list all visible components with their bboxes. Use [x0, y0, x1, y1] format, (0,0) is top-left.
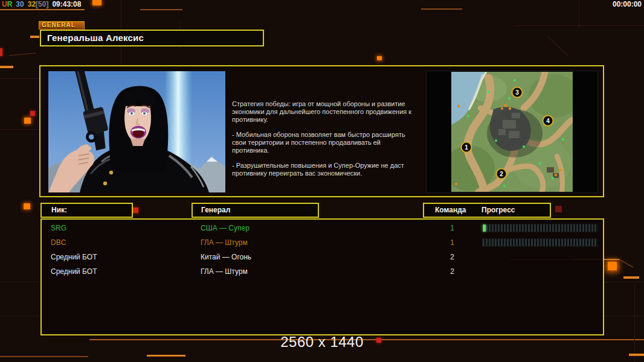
player-row: SRG США — Супер 1: [42, 221, 603, 235]
loading-progress-bar: [483, 224, 597, 232]
deco-square: [30, 111, 35, 116]
deco-square: [24, 118, 31, 124]
player-team: 1: [430, 235, 454, 250]
deco-dash: [30, 36, 39, 38]
deco-square: [133, 208, 138, 213]
map-start-position-4: 4: [543, 115, 554, 127]
tab-general: GENERAL: [39, 21, 85, 30]
player-general: Китай — Огонь: [201, 250, 251, 264]
deco-dash: [0, 66, 13, 68]
player-nick: Средний БОТ: [51, 264, 97, 279]
deco-square: [555, 206, 562, 212]
player-nick: SRG: [51, 221, 66, 235]
status-bar: U R 30 32 [50] 09:43:08 00:00:00: [0, 0, 644, 10]
deco-square: [0, 48, 2, 56]
map-start-position-1: 1: [461, 142, 472, 153]
player-nick: Средний БОТ: [51, 250, 97, 264]
player-team: 2: [430, 250, 454, 264]
resolution-label: 2560 x 1440: [0, 334, 644, 351]
player-general: США — Супер: [201, 221, 250, 235]
map-start-position-2: 2: [496, 168, 507, 180]
player-row: Средний БОТ Китай — Огонь 2: [42, 250, 603, 264]
readout-value-blue: 30: [16, 0, 24, 8]
player-team: 1: [430, 221, 454, 235]
player-row: Средний БОТ ГЛА — Штурм 2: [42, 264, 603, 279]
progress-track: [483, 224, 597, 232]
deco-dash: [623, 276, 639, 279]
deco-square: [377, 56, 382, 60]
map-start-position-3: 3: [512, 87, 523, 98]
readout-value-max: [50]: [36, 0, 48, 8]
strategy-paragraph: - Мобильная оборона позволяет вам быстро…: [232, 131, 413, 154]
loading-progress-bar: [483, 239, 597, 246]
column-header-team: Команда: [435, 204, 466, 217]
progress-fill: [483, 224, 486, 232]
readout-r: R: [7, 0, 13, 8]
deco-square: [24, 203, 30, 209]
deco-square: [608, 262, 617, 270]
player-list-panel: SRG США — Супер 1 DBC ГЛА — Штурм 1 Сред…: [40, 218, 604, 335]
column-header-general: Генерал: [192, 203, 319, 218]
map-preview-panel: 1 2 3 4: [426, 71, 598, 193]
strategy-paragraph: Стратегия победы: игра от мощной обороны…: [232, 100, 413, 124]
column-header-nick: Ник:: [40, 203, 133, 218]
player-row: DBC ГЛА — Штурм 1: [42, 235, 603, 250]
game-timer: 00:00:00: [613, 0, 642, 8]
general-portrait: [48, 71, 225, 192]
general-name: Генеральша Алексис: [47, 33, 144, 43]
readout-u: U: [2, 0, 7, 8]
portrait-image: [48, 71, 225, 192]
player-nick: DBC: [51, 235, 66, 250]
column-header-team-progress: Команда Прогресс: [423, 203, 551, 218]
deco-dash: [147, 355, 185, 357]
fps-readout: U R 30 32 [50] 09:43:08: [2, 0, 81, 8]
player-general: ГЛА — Штурм: [201, 264, 248, 279]
player-team: 2: [430, 264, 454, 279]
readout-value-yellow: 32: [28, 0, 36, 8]
clock-left: 09:43:08: [52, 0, 81, 8]
progress-track: [483, 239, 597, 246]
general-info-panel: Стратегия победы: игра от мощной обороны…: [39, 65, 604, 197]
strategy-text: Стратегия победы: игра от мощной обороны…: [232, 100, 413, 185]
map-preview: 1 2 3 4: [451, 72, 573, 192]
column-header-progress: Прогресс: [481, 204, 515, 217]
deco-dash: [629, 354, 644, 356]
player-general: ГЛА — Штурм: [201, 235, 248, 250]
strategy-paragraph: - Разрушительные повышения и Супер-Оружи…: [232, 162, 413, 177]
general-name-box: Генеральша Алексис: [40, 30, 264, 46]
game-loading-screen: U R 30 32 [50] 09:43:08 00:00:00 GENERAL…: [0, 0, 644, 362]
